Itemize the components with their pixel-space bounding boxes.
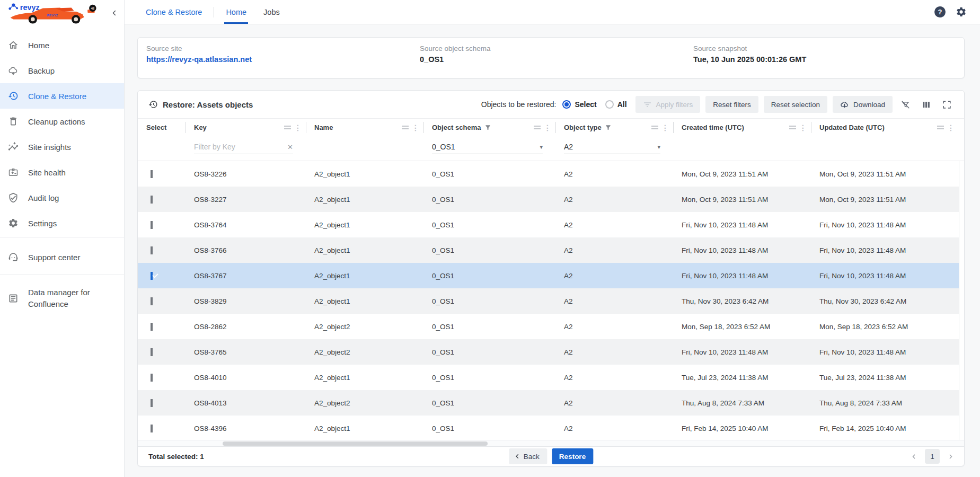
table-row[interactable]: OS8-4013 A2_object2 0_OS1 A2 Thu, Aug 8,…: [138, 390, 964, 416]
column-header-object-schema[interactable]: Object schema ⋮: [423, 119, 555, 136]
sidebar-item-audit-log[interactable]: Audit log: [0, 185, 124, 210]
table-row[interactable]: OS8-2862 A2_object2 0_OS1 A2 Mon, Sep 18…: [138, 314, 964, 339]
clear-filters-icon-button[interactable]: [900, 100, 911, 110]
sidebar-item-home[interactable]: Home: [0, 32, 124, 58]
column-header-name[interactable]: Name ⋮: [306, 119, 423, 136]
sidebar-item-backup[interactable]: Backup: [0, 58, 124, 83]
column-kebab-icon[interactable]: ⋮: [412, 124, 419, 131]
horizontal-scrollbar-thumb[interactable]: [223, 441, 488, 446]
table-row[interactable]: OS8-3765 A2_object2 0_OS1 A2 Fri, Nov 10…: [138, 339, 964, 365]
table-row[interactable]: OS8-3764 A2_object1 0_OS1 A2 Fri, Nov 10…: [138, 212, 964, 237]
type-filter-select[interactable]: A2 ▾: [564, 143, 660, 154]
sidebar-item-data-manager[interactable]: Data manager for Confluence: [0, 281, 124, 315]
next-page-button[interactable]: [947, 453, 955, 461]
sidebar-item-cleanup-actions[interactable]: Cleanup actions: [0, 109, 124, 134]
revyz-logo: revyz 42 REVYZ: [6, 1, 103, 24]
reset-filters-button[interactable]: Reset filters: [705, 96, 758, 113]
row-checkbox[interactable]: [151, 272, 153, 280]
sidebar-item-clone-restore[interactable]: Clone & Restore: [0, 83, 124, 109]
sidebar-item-site-health[interactable]: Site health: [0, 160, 124, 185]
column-menu-icon[interactable]: [534, 126, 541, 129]
sidebar-item-support-center[interactable]: Support center: [0, 244, 124, 270]
tab-home[interactable]: Home: [224, 0, 248, 24]
row-checkbox[interactable]: [151, 399, 153, 407]
column-menu-icon[interactable]: [284, 126, 291, 129]
horizontal-scrollbar[interactable]: [138, 440, 964, 446]
apply-filters-button[interactable]: Apply filters: [635, 96, 701, 113]
column-menu-icon[interactable]: [789, 126, 796, 129]
column-menu-icon[interactable]: [651, 126, 658, 129]
toolbar-actions: Objects to be restored: Select All Apply…: [481, 96, 955, 113]
row-created-cell: Mon, Sep 18, 2023 6:52 AM: [673, 323, 811, 331]
row-select-cell: [138, 221, 186, 229]
restore-button[interactable]: Restore: [552, 448, 593, 464]
help-icon[interactable]: ?: [934, 6, 946, 17]
table-row[interactable]: OS8-3766 A2_object1 0_OS1 A2 Fri, Nov 10…: [138, 237, 964, 263]
key-filter-field[interactable]: ✕: [194, 143, 293, 154]
row-checkbox[interactable]: [151, 170, 153, 178]
row-created-cell: Fri, Nov 10, 2023 11:48 AM: [673, 246, 811, 254]
row-checkbox[interactable]: [151, 221, 153, 229]
settings-gear-icon[interactable]: [956, 6, 967, 17]
row-checkbox[interactable]: [151, 196, 153, 204]
column-menu-icon[interactable]: [937, 126, 944, 129]
row-type-cell: A2: [555, 425, 673, 432]
column-menu-icon[interactable]: [402, 126, 409, 129]
source-site-link[interactable]: https://revyz-qa.atlassian.net: [146, 55, 420, 64]
table-row[interactable]: OS8-4010 A2_object1 0_OS1 A2 Tue, Jul 23…: [138, 365, 964, 390]
row-checkbox[interactable]: [151, 348, 153, 356]
sidebar-item-label: Support center: [28, 253, 80, 262]
column-kebab-icon[interactable]: ⋮: [799, 124, 807, 131]
vertical-scrollbar[interactable]: [959, 161, 964, 440]
schema-filter-select[interactable]: 0_OS1 ▾: [432, 143, 543, 154]
sidebar-collapse-button[interactable]: [111, 9, 119, 17]
reset-selection-button[interactable]: Reset selection: [764, 96, 827, 113]
column-kebab-icon[interactable]: ⋮: [661, 124, 669, 131]
key-filter-input[interactable]: [194, 143, 285, 151]
radio-all[interactable]: [605, 100, 614, 109]
table-row[interactable]: OS8-3226 A2_object1 0_OS1 A2 Mon, Oct 9,…: [138, 161, 964, 187]
breadcrumb[interactable]: Clone & Restore: [146, 8, 202, 16]
radio-select[interactable]: [562, 100, 571, 109]
row-schema-cell: 0_OS1: [423, 323, 555, 331]
table-row[interactable]: OS8-3227 A2_object1 0_OS1 A2 Mon, Oct 9,…: [138, 187, 964, 212]
radio-select-option[interactable]: Select: [562, 100, 596, 109]
row-checkbox[interactable]: [151, 246, 153, 254]
column-header-object-type[interactable]: Object type ⋮: [555, 119, 673, 136]
sidebar-item-site-insights[interactable]: Site insights: [0, 134, 124, 160]
column-header-created-time[interactable]: Created time (UTC) ⋮: [673, 119, 811, 136]
clear-filter-icon[interactable]: ✕: [285, 143, 293, 151]
row-name-cell: A2_object2: [306, 323, 423, 331]
columns-icon-button[interactable]: [921, 100, 931, 110]
row-checkbox[interactable]: [151, 297, 153, 305]
table-row[interactable]: OS8-4396 A2_object1 0_OS1 A2 Fri, Feb 14…: [138, 416, 964, 440]
row-type-cell: A2: [555, 348, 673, 356]
download-label: Download: [853, 101, 885, 109]
filter-funnel-icon: [605, 124, 612, 131]
current-page-button[interactable]: 1: [925, 449, 940, 464]
filter-lines-icon: [643, 100, 652, 109]
column-kebab-icon[interactable]: ⋮: [294, 124, 302, 131]
sidebar-item-label: Clone & Restore: [28, 92, 86, 101]
table-row[interactable]: OS8-3829 A2_object1 0_OS1 A2 Thu, Nov 30…: [138, 288, 964, 314]
column-header-key[interactable]: Key ⋮: [186, 119, 306, 136]
row-schema-cell: 0_OS1: [423, 196, 555, 204]
table-row[interactable]: OS8-3767 A2_object1 0_OS1 A2 Fri, Nov 10…: [138, 263, 964, 288]
back-button[interactable]: Back: [509, 448, 547, 464]
tab-jobs[interactable]: Jobs: [262, 0, 281, 24]
download-button[interactable]: Download: [833, 96, 893, 113]
shield-check-icon: [8, 192, 19, 203]
row-checkbox[interactable]: [151, 374, 153, 382]
row-name-cell: A2_object2: [306, 399, 423, 407]
history-icon: [148, 100, 158, 109]
sidebar-item-settings[interactable]: Settings: [0, 210, 124, 236]
column-kebab-icon[interactable]: ⋮: [544, 124, 551, 131]
radio-all-option[interactable]: All: [605, 100, 627, 109]
row-checkbox[interactable]: [151, 323, 153, 331]
previous-page-button[interactable]: [910, 453, 918, 461]
column-header-updated-date[interactable]: Updated Date (UTC) ⋮: [811, 119, 959, 136]
row-name-cell: A2_object1: [306, 221, 423, 229]
column-kebab-icon[interactable]: ⋮: [947, 124, 955, 131]
fullscreen-icon-button[interactable]: [942, 100, 952, 110]
row-checkbox[interactable]: [151, 425, 153, 432]
